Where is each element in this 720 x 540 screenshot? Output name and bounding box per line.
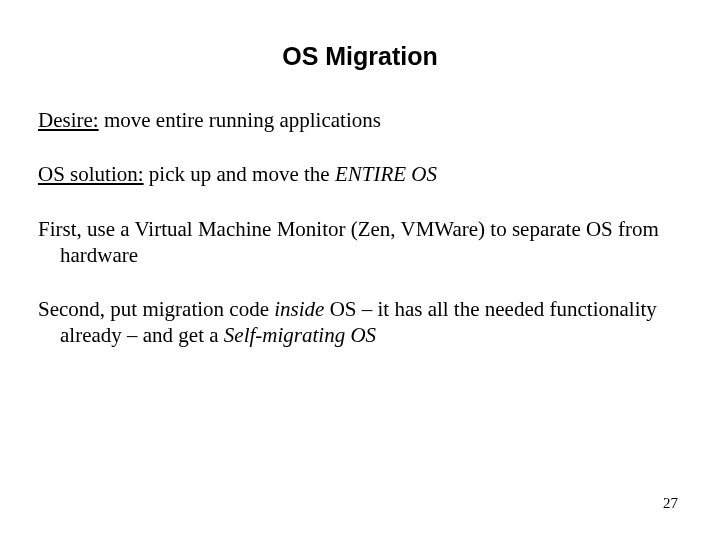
page-number: 27 — [663, 495, 678, 512]
slide-title: OS Migration — [38, 42, 682, 71]
para-desire: Desire: move entire running applications — [60, 107, 682, 133]
entire-os-emphasis: ENTIRE OS — [335, 162, 437, 186]
para-second: Second, put migration code inside OS – i… — [60, 296, 682, 349]
second-text-a: Second, put migration code — [38, 297, 274, 321]
desire-label: Desire: — [38, 108, 99, 132]
os-solution-label: OS solution: — [38, 162, 144, 186]
desire-text: move entire running applications — [99, 108, 381, 132]
inside-emphasis: inside — [274, 297, 324, 321]
para-os-solution: OS solution: pick up and move the ENTIRE… — [60, 161, 682, 187]
os-solution-text: pick up and move the — [144, 162, 335, 186]
para-first: First, use a Virtual Machine Monitor (Ze… — [60, 216, 682, 269]
self-migrating-emphasis: Self-migrating OS — [224, 323, 376, 347]
